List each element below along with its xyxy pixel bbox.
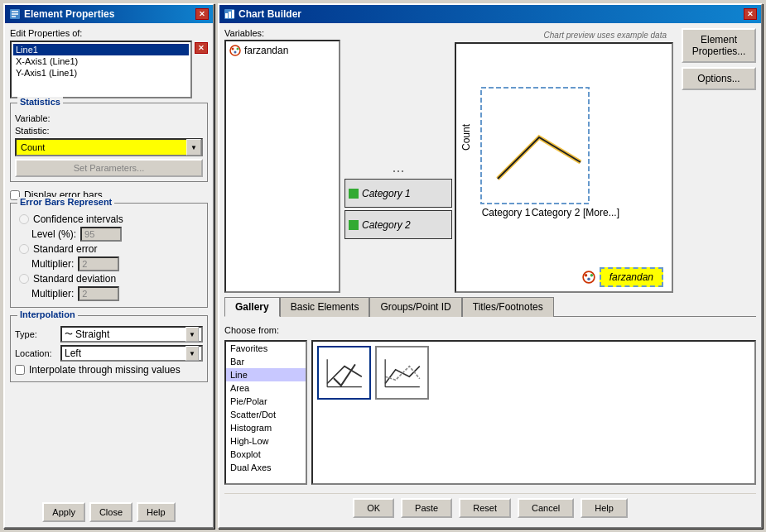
chart-types-grid — [311, 340, 756, 485]
ok-btn[interactable]: OK — [353, 498, 394, 518]
chart-builder-title-bar: Chart Builder ✕ — [219, 5, 761, 23]
svg-text:[More...]: [More...] — [583, 207, 619, 218]
cat-pie-polar[interactable]: Pie/Polar — [226, 395, 306, 408]
level-label: Level (%): — [31, 228, 76, 240]
variable-name-farzandan: farzandan — [244, 45, 288, 56]
top-section: Variables: farzandan — [224, 28, 756, 293]
element-properties-content: Edit Properties of: Line1 X-Axis1 (Line1… — [5, 23, 213, 527]
cat-scatter-dot[interactable]: Scatter/Dot — [226, 408, 306, 421]
edit-props-item-xaxis[interactable]: X-Axis1 (Line1) — [13, 55, 189, 67]
confidence-label: Confidence intervals — [33, 213, 123, 225]
set-params-btn[interactable]: Set Parameters... — [15, 159, 203, 177]
cat-boxplot[interactable]: Boxplot — [226, 448, 306, 461]
tab-groups-point-id[interactable]: Groups/Point ID — [369, 297, 461, 317]
chart-type-simple-line[interactable] — [317, 346, 371, 400]
left-panel-buttons: Apply Close Help — [10, 498, 208, 522]
svg-point-10 — [234, 51, 237, 54]
category2-box[interactable]: Category 2 — [344, 210, 452, 239]
category1-label: Category 1 — [362, 188, 411, 199]
chart-builder-window: Chart Builder ✕ Variables: farzand — [218, 3, 763, 529]
cat-favorites[interactable]: Favorites — [226, 342, 306, 355]
edit-props-item-yaxis[interactable]: Y-Axis1 (Line1) — [13, 67, 189, 79]
category-list[interactable]: Favorites Bar Line Area Pie/Polar Scatte… — [224, 340, 307, 485]
variables-label: Variables: — [224, 28, 340, 38]
reset-btn[interactable]: Reset — [459, 498, 511, 518]
cat1-color — [349, 189, 359, 199]
more-btn[interactable]: ... — [344, 159, 452, 176]
element-properties-title: Element Properties — [24, 8, 114, 20]
tab-basic-elements[interactable]: Basic Elements — [280, 297, 370, 317]
svg-point-18 — [587, 278, 590, 280]
cat-line[interactable]: Line — [226, 368, 306, 381]
error-bars-group-label: Error Bars Represent — [17, 197, 114, 207]
statistic-label: Statistic: — [15, 126, 56, 136]
apply-btn[interactable]: Apply — [42, 502, 85, 522]
element-props-icon — [9, 8, 21, 20]
tab-titles-footnotes[interactable]: Titles/Footnotes — [462, 297, 554, 317]
type-value: Straight — [75, 328, 185, 340]
variable-item-farzandan[interactable]: farzandan — [228, 43, 337, 58]
std-error-mult-input[interactable] — [78, 256, 119, 271]
cat2-color — [349, 220, 359, 230]
std-dev-mult-row: Multiplier: — [31, 286, 203, 301]
statistic-row: Statistic: — [15, 126, 203, 136]
cat-bar[interactable]: Bar — [226, 355, 306, 368]
edit-props-item-line1[interactable]: Line1 — [13, 44, 189, 55]
type-combo[interactable]: 〜 Straight ▼ — [60, 326, 203, 343]
element-properties-title-bar: Element Properties ✕ — [5, 5, 213, 23]
variable-label: Variable: — [15, 113, 56, 123]
std-error-mult-label: Multiplier: — [31, 258, 74, 270]
std-error-radio[interactable] — [19, 244, 29, 254]
choose-from-label: Choose from: — [224, 325, 756, 335]
category1-box[interactable]: Category 1 — [344, 179, 452, 208]
cancel-btn[interactable]: Cancel — [518, 498, 574, 518]
cat-high-low[interactable]: High-Low — [226, 434, 306, 448]
statistic-combo[interactable]: Count ▼ — [15, 138, 203, 156]
element-props-btn[interactable]: Element Properties... — [682, 28, 756, 63]
multiple-line-icon — [382, 352, 423, 394]
paste-btn[interactable]: Paste — [401, 498, 452, 518]
interpolate-missing-checkbox[interactable] — [15, 365, 25, 375]
location-combo[interactable]: Left ▼ — [60, 345, 203, 362]
std-dev-mult-label: Multiplier: — [31, 288, 74, 300]
interpolation-group-label: Interpolation — [17, 309, 78, 319]
error-bars-group: Error Bars Represent Confidence interval… — [10, 203, 208, 308]
element-properties-close-btn[interactable]: ✕ — [195, 8, 209, 20]
spacer — [344, 42, 452, 156]
statistics-group: Statistics Variable: Statistic: Count ▼ … — [10, 103, 208, 182]
category2-label: Category 2 — [362, 219, 411, 231]
category-boxes: Category 1 Category 2 — [344, 179, 452, 293]
cat-histogram[interactable]: Histogram — [226, 421, 306, 434]
location-combo-arrow[interactable]: ▼ — [185, 346, 199, 361]
right-buttons: Element Properties... Options... — [682, 28, 756, 293]
farzandan-badge-text: farzandan — [609, 271, 653, 283]
chart-type-multiple-line[interactable] — [375, 346, 429, 400]
chart-builder-close-btn[interactable]: ✕ — [744, 8, 757, 20]
help-btn-right[interactable]: Help — [581, 498, 628, 518]
statistic-combo-arrow[interactable]: ▼ — [186, 139, 201, 156]
confidence-radio[interactable] — [19, 214, 29, 224]
delete-item-btn[interactable]: ✕ — [195, 42, 208, 54]
close-btn[interactable]: Close — [89, 502, 132, 522]
tab-gallery[interactable]: Gallery — [224, 297, 280, 317]
help-btn[interactable]: Help — [137, 502, 176, 522]
svg-rect-5 — [225, 13, 228, 18]
variables-list: farzandan — [224, 40, 340, 293]
options-btn[interactable]: Options... — [682, 67, 756, 90]
std-error-label: Standard error — [33, 243, 97, 255]
element-properties-window: Element Properties ✕ Edit Properties of:… — [3, 3, 214, 529]
confidence-level-input[interactable] — [80, 227, 122, 242]
std-dev-mult-input[interactable] — [78, 286, 119, 301]
cat-dual-axes[interactable]: Dual Axes — [226, 461, 306, 474]
interpolation-group: Interpolation Type: 〜 Straight ▼ Locatio… — [10, 315, 208, 382]
svg-rect-7 — [232, 10, 234, 18]
preview-dnd-area: ... Category 1 Category 2 — [344, 42, 673, 293]
edit-props-list[interactable]: Line1 X-Axis1 (Line1) Y-Axis1 (Line1) — [10, 41, 192, 98]
cat-area[interactable]: Area — [226, 381, 306, 395]
statistic-value: Count — [17, 142, 186, 152]
type-combo-arrow[interactable]: ▼ — [185, 327, 199, 342]
svg-rect-12 — [481, 88, 589, 204]
std-dev-row: Standard deviation — [19, 273, 203, 285]
std-dev-radio[interactable] — [19, 274, 29, 284]
type-label: Type: — [15, 329, 56, 339]
